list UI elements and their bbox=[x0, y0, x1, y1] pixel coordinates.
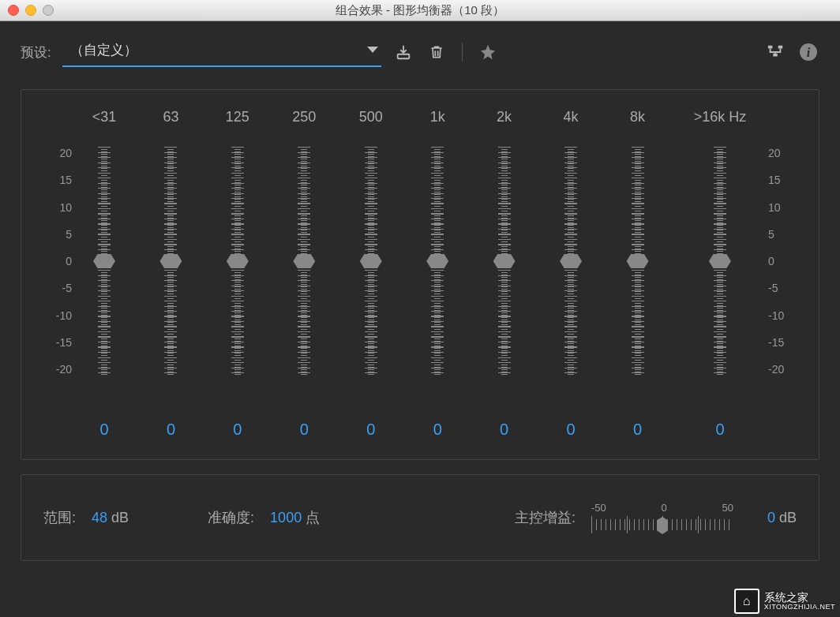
preset-value: （自定义） bbox=[70, 41, 137, 59]
band-label: >16k Hz bbox=[677, 109, 763, 126]
band-slider[interactable] bbox=[77, 147, 132, 376]
slider-thumb[interactable] bbox=[93, 254, 115, 268]
slider-thumb[interactable] bbox=[493, 254, 516, 268]
band-slider[interactable] bbox=[677, 147, 763, 376]
band-slider[interactable] bbox=[543, 147, 598, 376]
range-unit: dB bbox=[111, 510, 129, 525]
master-gain-label: 主控增益: bbox=[515, 508, 576, 527]
range-value[interactable]: 48 bbox=[92, 510, 107, 525]
band-label: 250 bbox=[276, 109, 332, 126]
master-gain-unit: dB bbox=[779, 510, 797, 525]
band-label: 1k bbox=[410, 109, 465, 126]
band-label: 4k bbox=[543, 109, 598, 126]
scale-right: 20 15 10 5 0 -5 -10 -15 -20 bbox=[768, 147, 792, 376]
band-values-row: 0 0 0 0 0 0 0 0 0 0 bbox=[77, 421, 763, 439]
band-value[interactable]: 0 bbox=[410, 421, 465, 439]
slider-thumb[interactable] bbox=[293, 254, 315, 268]
master-gain-value[interactable]: 0 bbox=[767, 510, 775, 525]
slider-thumb[interactable] bbox=[426, 254, 448, 268]
band-value[interactable]: 0 bbox=[677, 421, 763, 439]
chevron-down-icon bbox=[367, 47, 378, 53]
window-titlebar: 组合效果 - 图形均衡器（10 段） bbox=[0, 0, 840, 21]
separator bbox=[462, 43, 463, 62]
band-value[interactable]: 0 bbox=[610, 421, 666, 439]
band-label: 63 bbox=[143, 109, 198, 126]
footer-panel: 范围: 48 dB 准确度: 1000 点 主控增益: -50 0 50 0 d… bbox=[21, 474, 819, 561]
delete-preset-button[interactable] bbox=[426, 41, 448, 63]
band-slider[interactable] bbox=[276, 147, 332, 376]
band-slider[interactable] bbox=[477, 147, 532, 376]
slider-thumb[interactable] bbox=[709, 254, 731, 268]
band-labels-row: <31 63 125 250 500 1k 2k 4k 8k >16k Hz bbox=[77, 109, 763, 140]
slider-thumb[interactable] bbox=[560, 254, 582, 268]
slider-thumb[interactable] bbox=[627, 254, 649, 268]
preset-label: 预设: bbox=[21, 43, 51, 62]
band-label: 500 bbox=[343, 109, 399, 126]
save-preset-button[interactable] bbox=[392, 41, 414, 63]
band-value[interactable]: 0 bbox=[343, 421, 399, 439]
slider-thumb[interactable] bbox=[360, 254, 382, 268]
band-slider[interactable] bbox=[610, 147, 666, 376]
master-gain-slider[interactable]: -50 0 50 bbox=[591, 502, 733, 533]
band-slider[interactable] bbox=[343, 147, 399, 376]
svg-text:i: i bbox=[807, 46, 811, 59]
band-value[interactable]: 0 bbox=[543, 421, 598, 439]
band-label: 2k bbox=[477, 109, 532, 126]
band-label: 125 bbox=[210, 109, 265, 126]
slider-thumb[interactable] bbox=[159, 254, 182, 268]
routing-button[interactable] bbox=[764, 41, 786, 63]
scale-left: 20 15 10 5 0 -5 -10 -15 -20 bbox=[48, 147, 72, 376]
watermark: ⌂ 系统之家 XITONGZHIJIA.NET bbox=[734, 589, 835, 614]
svg-rect-0 bbox=[397, 54, 409, 59]
svg-rect-2 bbox=[778, 46, 783, 49]
band-slider[interactable] bbox=[210, 147, 265, 376]
preset-dropdown[interactable]: （自定义） bbox=[62, 37, 381, 67]
band-value[interactable]: 0 bbox=[276, 421, 332, 439]
band-value[interactable]: 0 bbox=[143, 421, 198, 439]
home-icon: ⌂ bbox=[734, 589, 759, 614]
band-value[interactable]: 0 bbox=[77, 421, 132, 439]
range-label: 范围: bbox=[43, 508, 76, 527]
equalizer-panel: 20 15 10 5 0 -5 -10 -15 -20 20 15 10 5 0… bbox=[21, 89, 819, 460]
favorite-button[interactable] bbox=[477, 41, 499, 63]
info-button[interactable]: i bbox=[797, 41, 819, 63]
band-slider[interactable] bbox=[410, 147, 465, 376]
window-title: 组合效果 - 图形均衡器（10 段） bbox=[0, 3, 840, 18]
accuracy-label: 准确度: bbox=[208, 508, 254, 527]
accuracy-unit: 点 bbox=[306, 510, 320, 525]
band-value[interactable]: 0 bbox=[477, 421, 532, 439]
svg-rect-3 bbox=[773, 54, 778, 57]
svg-rect-1 bbox=[768, 46, 773, 49]
band-slider[interactable] bbox=[143, 147, 198, 376]
slider-thumb[interactable] bbox=[227, 254, 249, 268]
accuracy-value[interactable]: 1000 bbox=[270, 510, 302, 525]
band-label: <31 bbox=[77, 109, 132, 126]
band-value[interactable]: 0 bbox=[210, 421, 265, 439]
toolbar: 预设: （自定义） i bbox=[21, 37, 819, 67]
slider-thumb[interactable] bbox=[657, 517, 668, 534]
band-label: 8k bbox=[610, 109, 666, 126]
